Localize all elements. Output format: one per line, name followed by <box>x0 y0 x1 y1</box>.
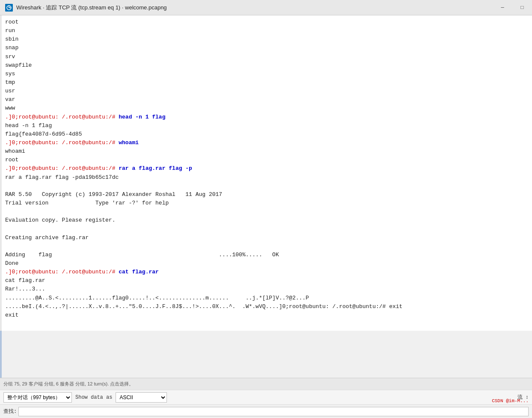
list-item: tmp <box>5 78 529 87</box>
list-item: run <box>5 27 529 35</box>
list-item: sbin <box>5 35 529 44</box>
search-label: 查找: <box>3 408 17 415</box>
list-item: Creating archive flag.rar <box>5 234 529 242</box>
list-item <box>5 208 529 216</box>
list-item: exit <box>5 311 529 320</box>
list-item: Evaluation copy. Please register. <box>5 216 529 225</box>
titlebar: Wireshark · 追踪 TCP 流 (tcp.stream eq 1) ·… <box>0 0 532 15</box>
list-item: Rar!....3... <box>5 285 529 293</box>
list-item: var <box>5 95 529 104</box>
maximize-button[interactable]: □ <box>512 0 532 15</box>
conversation-dropdown[interactable]: 整个对话（997 bytes） <box>3 392 72 403</box>
list-item: www <box>5 104 529 113</box>
list-item <box>5 225 529 233</box>
list-item <box>5 320 529 328</box>
list-item: srv <box>5 53 529 61</box>
list-item: .........@A..S.<.........1......flag0...… <box>5 294 529 302</box>
titlebar-controls: — □ <box>493 0 532 15</box>
list-item: rar a flag.rar flag -pda19b65c17dc <box>5 173 529 182</box>
list-item: whoami <box>5 147 529 156</box>
list-item: root <box>5 18 529 27</box>
stream-content[interactable]: rootrunsbinsnapsrvswapfilesystmpusrvarww… <box>0 15 532 331</box>
search-input[interactable] <box>18 407 529 416</box>
list-item: usr <box>5 87 529 95</box>
statusbar: 分组 75, 29 客户端 分组, 6 服务器 分组, 12 turn(s). … <box>0 378 532 390</box>
list-item: RAR 5.50 Copyright (c) 1993-2017 Alexand… <box>5 190 529 199</box>
app-icon <box>5 4 13 12</box>
list-item: .]0;root@ubuntu: /.root@ubuntu:/# head -… <box>5 113 529 122</box>
list-item: head -n 1 flag <box>5 122 529 130</box>
statusbar-text: 分组 75, 29 客户端 分组, 6 服务器 分组, 12 turn(s). … <box>3 381 134 387</box>
minimize-button[interactable]: — <box>493 0 512 15</box>
list-item: cat flag.rar <box>5 276 529 285</box>
list-item: root <box>5 156 529 164</box>
list-item: Trial version Type 'rar -?' for help <box>5 199 529 208</box>
stream-wrapper: rootrunsbinsnapsrvswapfilesystmpusrvarww… <box>0 15 532 378</box>
titlebar-title: Wireshark · 追踪 TCP 流 (tcp.stream eq 1) ·… <box>16 4 167 12</box>
list-item: flag{fea4087d-6d95-4d85 <box>5 130 529 139</box>
search-row: 查找: <box>0 404 532 418</box>
show-data-label: Show data as <box>75 394 112 400</box>
list-item: Adding flag ....100%..... OK <box>5 251 529 259</box>
list-item: .]0;root@ubuntu: /.root@ubuntu:/# rar a … <box>5 164 529 173</box>
main-area: rootrunsbinsnapsrvswapfilesystmpusrvarww… <box>0 15 532 418</box>
list-item: Done <box>5 259 529 268</box>
list-item: .]0;root@ubuntu: /.root@ubuntu:/# cat fl… <box>5 268 529 276</box>
list-item: .....beI.(4.<..,.?|......X..v.8..+..."5.… <box>5 302 529 311</box>
list-item: .]0;root@ubuntu: /.root@ubuntu:/# whoami <box>5 139 529 147</box>
list-item <box>5 242 529 251</box>
list-item: snap <box>5 44 529 52</box>
list-item <box>5 182 529 190</box>
controls-row: 整个对话（997 bytes） Show data as ASCII 流 ↕ <box>0 390 532 404</box>
csdn-watermark: CSDN @im-M... <box>492 398 529 403</box>
list-item: sys <box>5 70 529 78</box>
show-data-dropdown[interactable]: ASCII <box>116 392 167 403</box>
list-item: swapfile <box>5 61 529 70</box>
